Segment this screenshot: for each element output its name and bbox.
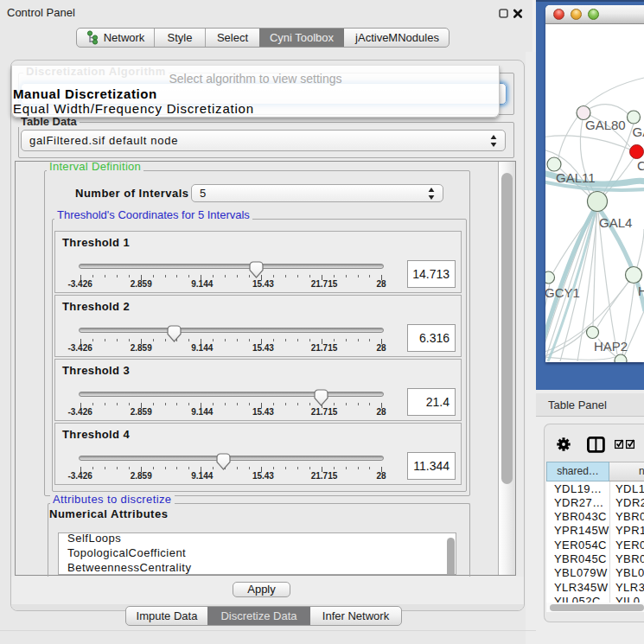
svg-text:CYC1: CYC1 [637,158,644,173]
svg-text:GCY1: GCY1 [545,285,580,300]
svg-text:HAP2: HAP2 [594,339,628,354]
svg-text:GAL4: GAL4 [633,124,644,139]
svg-text:HIS4: HIS4 [638,284,644,298]
svg-text:GAL11: GAL11 [556,170,596,185]
svg-text:GAL80: GAL80 [585,118,626,132]
svg-text:GAL4: GAL4 [599,215,632,230]
